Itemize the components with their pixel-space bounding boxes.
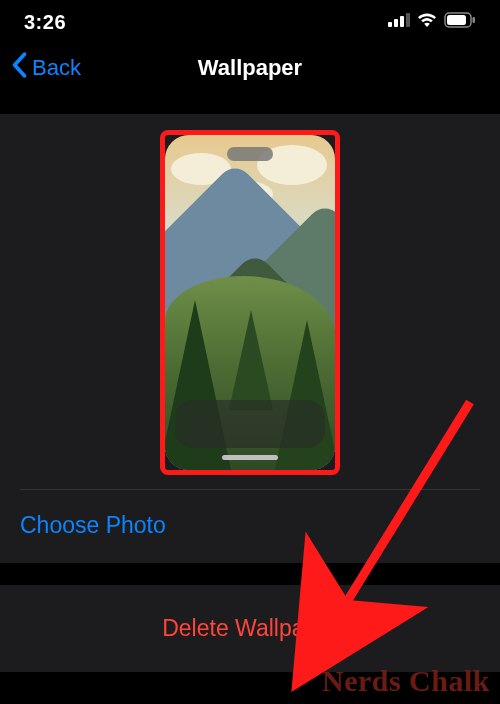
battery-icon [444,12,476,32]
chevron-left-icon [10,52,28,84]
status-time: 3:26 [24,11,66,34]
choose-photo-label: Choose Photo [20,512,166,538]
home-indicator-icon [222,455,278,460]
choose-photo-row[interactable]: Choose Photo [0,490,500,563]
delete-wallpaper-row[interactable]: Delete Wallpaper [0,585,500,672]
dock-icon [175,400,325,448]
page-title: Wallpaper [198,55,302,81]
svg-rect-0 [388,22,392,27]
back-button[interactable]: Back [0,52,81,84]
svg-rect-5 [447,15,466,25]
svg-rect-3 [406,13,410,27]
nav-bar: Back Wallpaper [0,44,500,92]
back-label: Back [32,55,81,81]
svg-rect-1 [394,19,398,27]
annotation-highlight-box [160,130,340,475]
svg-rect-2 [400,16,404,27]
wallpaper-preview-section: Choose Photo [0,114,500,563]
svg-rect-6 [473,17,476,23]
cellular-icon [388,13,410,31]
status-bar: 3:26 [0,0,500,44]
wallpaper-preview[interactable] [165,135,335,470]
dynamic-island-icon [227,147,273,161]
wifi-icon [416,12,438,32]
delete-wallpaper-label: Delete Wallpaper [162,615,338,641]
status-icons [388,12,476,32]
